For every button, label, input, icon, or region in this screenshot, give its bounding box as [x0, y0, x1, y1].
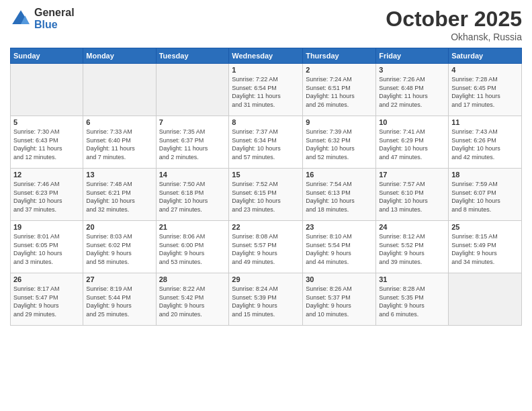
table-row: 9Sunrise: 7:39 AM Sunset: 6:32 PM Daylig… — [303, 116, 376, 169]
table-row: 8Sunrise: 7:37 AM Sunset: 6:34 PM Daylig… — [229, 116, 303, 169]
header: General Blue October 2025 Okhansk, Russi… — [10, 7, 522, 42]
day-number: 13 — [86, 171, 152, 179]
day-number: 26 — [13, 275, 80, 283]
calendar-week-row: 19Sunrise: 8:01 AM Sunset: 6:05 PM Dayli… — [11, 221, 522, 273]
day-info: Sunrise: 8:01 AM Sunset: 6:05 PM Dayligh… — [13, 232, 80, 266]
day-info: Sunrise: 7:26 AM Sunset: 6:48 PM Dayligh… — [379, 75, 445, 109]
day-number: 5 — [13, 118, 80, 126]
title-block: October 2025 Okhansk, Russia — [386, 7, 522, 42]
table-row: 25Sunrise: 8:15 AM Sunset: 5:49 PM Dayli… — [449, 221, 522, 273]
table-row: 21Sunrise: 8:06 AM Sunset: 6:00 PM Dayli… — [156, 221, 229, 273]
col-wednesday: Wednesday — [229, 48, 303, 64]
col-friday: Friday — [376, 48, 449, 64]
col-thursday: Thursday — [303, 48, 376, 64]
day-number: 17 — [379, 171, 445, 179]
calendar-header-row: Sunday Monday Tuesday Wednesday Thursday… — [11, 48, 522, 64]
table-row: 16Sunrise: 7:54 AM Sunset: 6:13 PM Dayli… — [303, 169, 376, 221]
table-row: 7Sunrise: 7:35 AM Sunset: 6:37 PM Daylig… — [156, 116, 229, 169]
day-info: Sunrise: 7:33 AM Sunset: 6:40 PM Dayligh… — [86, 128, 152, 161]
table-row: 15Sunrise: 7:52 AM Sunset: 6:15 PM Dayli… — [229, 169, 303, 221]
day-info: Sunrise: 7:24 AM Sunset: 6:51 PM Dayligh… — [306, 75, 373, 109]
logo-blue-text: Blue — [34, 19, 75, 31]
day-info: Sunrise: 8:22 AM Sunset: 5:42 PM Dayligh… — [159, 285, 226, 318]
day-info: Sunrise: 7:59 AM Sunset: 6:07 PM Dayligh… — [451, 180, 519, 214]
col-tuesday: Tuesday — [156, 48, 229, 64]
day-info: Sunrise: 7:39 AM Sunset: 6:32 PM Dayligh… — [306, 128, 373, 161]
table-row: 6Sunrise: 7:33 AM Sunset: 6:40 PM Daylig… — [83, 116, 156, 169]
table-row: 17Sunrise: 7:57 AM Sunset: 6:10 PM Dayli… — [376, 169, 449, 221]
day-number: 11 — [451, 118, 519, 126]
logo-icon — [10, 8, 32, 30]
table-row — [83, 64, 156, 116]
day-info: Sunrise: 7:41 AM Sunset: 6:29 PM Dayligh… — [379, 128, 445, 161]
day-info: Sunrise: 7:54 AM Sunset: 6:13 PM Dayligh… — [306, 180, 373, 214]
day-info: Sunrise: 7:57 AM Sunset: 6:10 PM Dayligh… — [379, 180, 445, 214]
table-row: 10Sunrise: 7:41 AM Sunset: 6:29 PM Dayli… — [376, 116, 449, 169]
day-number: 27 — [86, 275, 152, 283]
day-info: Sunrise: 7:30 AM Sunset: 6:43 PM Dayligh… — [13, 128, 80, 161]
day-info: Sunrise: 8:15 AM Sunset: 5:49 PM Dayligh… — [451, 232, 519, 266]
calendar-week-row: 12Sunrise: 7:46 AM Sunset: 6:23 PM Dayli… — [11, 169, 522, 221]
table-row: 28Sunrise: 8:22 AM Sunset: 5:42 PM Dayli… — [156, 273, 229, 326]
day-info: Sunrise: 8:12 AM Sunset: 5:52 PM Dayligh… — [379, 232, 445, 266]
col-saturday: Saturday — [449, 48, 522, 64]
table-row: 22Sunrise: 8:08 AM Sunset: 5:57 PM Dayli… — [229, 221, 303, 273]
col-monday: Monday — [83, 48, 156, 64]
day-info: Sunrise: 8:10 AM Sunset: 5:54 PM Dayligh… — [306, 232, 373, 266]
day-info: Sunrise: 8:24 AM Sunset: 5:39 PM Dayligh… — [232, 285, 300, 318]
day-info: Sunrise: 7:43 AM Sunset: 6:26 PM Dayligh… — [451, 128, 519, 161]
logo-general-text: General — [34, 7, 75, 19]
day-number: 31 — [379, 275, 445, 283]
table-row: 13Sunrise: 7:48 AM Sunset: 6:21 PM Dayli… — [83, 169, 156, 221]
table-row: 27Sunrise: 8:19 AM Sunset: 5:44 PM Dayli… — [83, 273, 156, 326]
day-info: Sunrise: 8:06 AM Sunset: 6:00 PM Dayligh… — [159, 232, 226, 266]
table-row: 19Sunrise: 8:01 AM Sunset: 6:05 PM Dayli… — [11, 221, 83, 273]
table-row: 30Sunrise: 8:26 AM Sunset: 5:37 PM Dayli… — [303, 273, 376, 326]
day-info: Sunrise: 8:26 AM Sunset: 5:37 PM Dayligh… — [306, 285, 373, 318]
day-number: 3 — [379, 66, 445, 74]
day-info: Sunrise: 8:19 AM Sunset: 5:44 PM Dayligh… — [86, 285, 152, 318]
table-row: 26Sunrise: 8:17 AM Sunset: 5:47 PM Dayli… — [11, 273, 83, 326]
day-number: 21 — [159, 223, 226, 231]
day-info: Sunrise: 7:46 AM Sunset: 6:23 PM Dayligh… — [13, 180, 80, 214]
calendar-subtitle: Okhansk, Russia — [386, 32, 522, 42]
table-row — [156, 64, 229, 116]
table-row: 2Sunrise: 7:24 AM Sunset: 6:51 PM Daylig… — [303, 64, 376, 116]
day-info: Sunrise: 7:35 AM Sunset: 6:37 PM Dayligh… — [159, 128, 226, 161]
table-row: 1Sunrise: 7:22 AM Sunset: 6:54 PM Daylig… — [229, 64, 303, 116]
table-row: 20Sunrise: 8:03 AM Sunset: 6:02 PM Dayli… — [83, 221, 156, 273]
day-info: Sunrise: 8:03 AM Sunset: 6:02 PM Dayligh… — [86, 232, 152, 266]
day-number: 12 — [13, 171, 80, 179]
day-info: Sunrise: 7:37 AM Sunset: 6:34 PM Dayligh… — [232, 128, 300, 161]
table-row — [11, 64, 83, 116]
table-row: 14Sunrise: 7:50 AM Sunset: 6:18 PM Dayli… — [156, 169, 229, 221]
day-info: Sunrise: 8:08 AM Sunset: 5:57 PM Dayligh… — [232, 232, 300, 266]
day-number: 19 — [13, 223, 80, 231]
day-info: Sunrise: 8:17 AM Sunset: 5:47 PM Dayligh… — [13, 285, 80, 318]
col-sunday: Sunday — [11, 48, 83, 64]
table-row: 29Sunrise: 8:24 AM Sunset: 5:39 PM Dayli… — [229, 273, 303, 326]
day-number: 8 — [232, 118, 300, 126]
day-number: 28 — [159, 275, 226, 283]
day-number: 20 — [86, 223, 152, 231]
day-number: 25 — [451, 223, 519, 231]
day-number: 9 — [306, 118, 373, 126]
table-row: 5Sunrise: 7:30 AM Sunset: 6:43 PM Daylig… — [11, 116, 83, 169]
day-number: 30 — [306, 275, 373, 283]
day-number: 10 — [379, 118, 445, 126]
day-number: 7 — [159, 118, 226, 126]
day-number: 6 — [86, 118, 152, 126]
day-info: Sunrise: 7:48 AM Sunset: 6:21 PM Dayligh… — [86, 180, 152, 214]
day-info: Sunrise: 7:28 AM Sunset: 6:45 PM Dayligh… — [451, 75, 519, 109]
table-row: 31Sunrise: 8:28 AM Sunset: 5:35 PM Dayli… — [376, 273, 449, 326]
calendar-week-row: 26Sunrise: 8:17 AM Sunset: 5:47 PM Dayli… — [11, 273, 522, 326]
page: General Blue October 2025 Okhansk, Russi… — [0, 0, 532, 411]
table-row: 23Sunrise: 8:10 AM Sunset: 5:54 PM Dayli… — [303, 221, 376, 273]
table-row: 18Sunrise: 7:59 AM Sunset: 6:07 PM Dayli… — [449, 169, 522, 221]
logo: General Blue — [10, 7, 75, 30]
day-number: 14 — [159, 171, 226, 179]
day-number: 1 — [232, 66, 300, 74]
day-number: 24 — [379, 223, 445, 231]
day-number: 23 — [306, 223, 373, 231]
table-row: 11Sunrise: 7:43 AM Sunset: 6:26 PM Dayli… — [449, 116, 522, 169]
